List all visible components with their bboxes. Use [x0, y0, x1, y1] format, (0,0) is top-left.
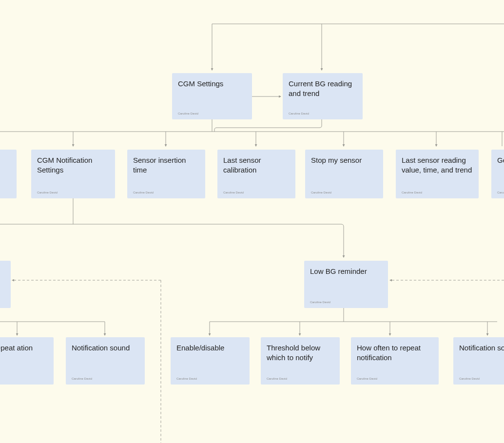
node-title: GM: [0, 155, 11, 165]
node-title: ften to repeat ation: [0, 343, 48, 353]
node-cgm-settings[interactable]: CGM Settings Caroline David: [172, 73, 252, 119]
node-author: Caroline David: [357, 377, 377, 381]
node-current-bg[interactable]: Current BG reading and trend Caroline Da…: [283, 73, 363, 119]
node-get-dex-partial[interactable]: Get Dex Caroline David: [491, 150, 504, 198]
node-author: Caroline David: [72, 377, 92, 381]
node-how-often[interactable]: How often to repeat notification Carolin…: [351, 337, 439, 385]
node-author: Caroline David: [178, 112, 198, 116]
node-title: Get Dex: [497, 155, 504, 165]
node-title: CGM Settings: [178, 79, 246, 89]
node-last-calibration[interactable]: Last sensor calibration Caroline David: [217, 150, 295, 198]
node-title: Last sensor reading value, time, and tre…: [402, 155, 473, 175]
node-ften-repeat-partial[interactable]: ften to repeat ation Caroline David: [0, 337, 54, 385]
node-title: Stop my sensor: [311, 155, 377, 165]
node-title: How often to repeat notification: [357, 343, 433, 363]
node-author: Caroline David: [311, 191, 331, 194]
node-title: Notification soun: [459, 343, 504, 353]
node-notification-sound-b[interactable]: Notification soun Caroline David: [453, 337, 504, 385]
node-author: Caroline David: [497, 191, 504, 194]
node-title: Enable/disable: [176, 343, 244, 353]
node-title: Notification sound: [72, 343, 139, 353]
node-notification-sound-a[interactable]: Notification sound Caroline David: [66, 337, 145, 385]
node-gm-partial[interactable]: GM Caroline David: [0, 150, 17, 198]
node-title: Current BG reading and trend: [289, 79, 357, 99]
node-author: Caroline David: [459, 377, 480, 381]
node-last-reading[interactable]: Last sensor reading value, time, and tre…: [396, 150, 479, 198]
node-title: Low BG reminder: [310, 267, 382, 276]
node-sensor-insertion[interactable]: Sensor insertion time Caroline David: [127, 150, 205, 198]
node-s-partial[interactable]: s Caroline David: [0, 261, 11, 308]
node-author: Caroline David: [176, 377, 197, 381]
node-cgm-notification-settings[interactable]: CGM Notification Settings Caroline David: [31, 150, 115, 198]
node-author: Caroline David: [133, 191, 154, 194]
node-title: s: [0, 267, 5, 276]
node-author: Caroline David: [289, 112, 309, 116]
node-title: Threshold below which to notify: [267, 343, 334, 363]
node-author: Caroline David: [310, 300, 330, 304]
node-author: Caroline David: [267, 377, 287, 381]
node-author: Caroline David: [37, 191, 58, 194]
node-threshold[interactable]: Threshold below which to notify Caroline…: [261, 337, 340, 385]
node-low-bg[interactable]: Low BG reminder Caroline David: [304, 261, 388, 308]
node-author: Caroline David: [402, 191, 422, 194]
node-title: Last sensor calibration: [223, 155, 290, 175]
node-title: Sensor insertion time: [133, 155, 199, 175]
node-author: Caroline David: [223, 191, 244, 194]
node-enable-disable[interactable]: Enable/disable Caroline David: [171, 337, 250, 385]
node-title: CGM Notification Settings: [37, 155, 109, 175]
node-stop-sensor[interactable]: Stop my sensor Caroline David: [305, 150, 383, 198]
